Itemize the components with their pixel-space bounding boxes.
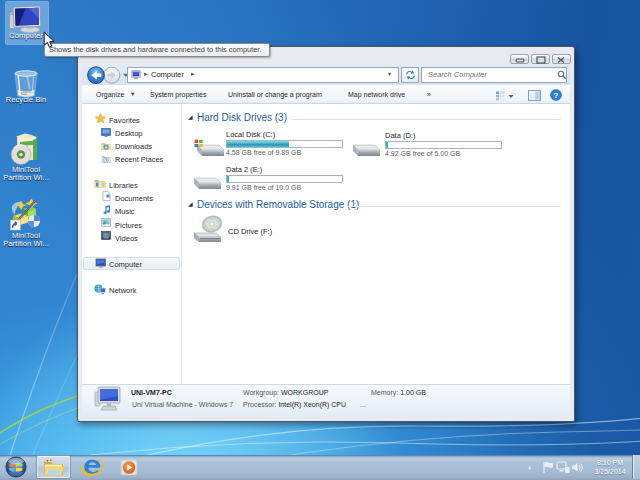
svg-text:?: ? [554, 91, 559, 100]
